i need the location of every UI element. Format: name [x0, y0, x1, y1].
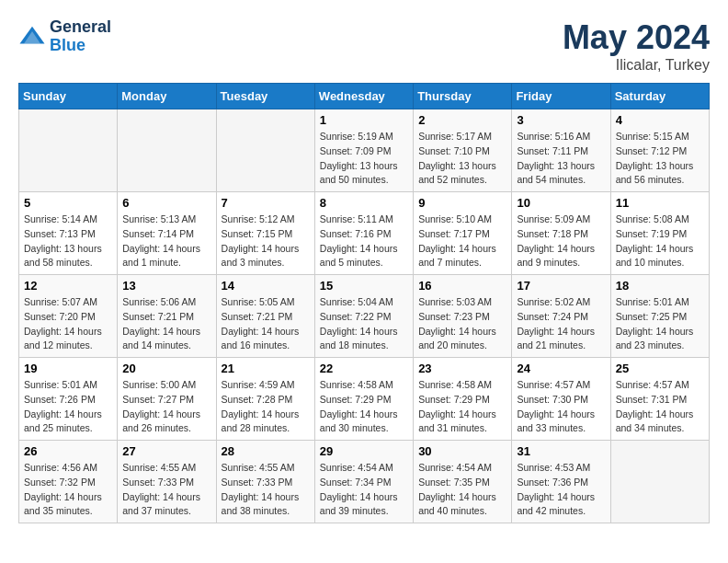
day-info: Sunrise: 5:08 AMSunset: 7:19 PMDaylight:… — [616, 213, 704, 270]
day-info: Sunrise: 4:56 AMSunset: 7:32 PMDaylight:… — [24, 461, 112, 519]
calendar-cell: 5Sunrise: 5:14 AMSunset: 7:13 PMDaylight… — [19, 192, 118, 275]
calendar-cell: 24Sunrise: 4:57 AMSunset: 7:30 PMDayligh… — [512, 358, 610, 441]
calendar-cell: 8Sunrise: 5:11 AMSunset: 7:16 PMDaylight… — [314, 192, 413, 275]
calendar-cell: 6Sunrise: 5:13 AMSunset: 7:14 PMDaylight… — [118, 192, 216, 275]
calendar-week-row: 26Sunrise: 4:56 AMSunset: 7:32 PMDayligh… — [19, 441, 710, 523]
calendar-cell: 28Sunrise: 4:55 AMSunset: 7:33 PMDayligh… — [216, 441, 314, 523]
day-info: Sunrise: 4:54 AMSunset: 7:35 PMDaylight:… — [418, 461, 506, 519]
calendar-cell: 9Sunrise: 5:10 AMSunset: 7:17 PMDaylight… — [414, 192, 512, 275]
day-info: Sunrise: 5:14 AMSunset: 7:13 PMDaylight:… — [24, 213, 112, 270]
calendar-cell: 25Sunrise: 4:57 AMSunset: 7:31 PMDayligh… — [610, 358, 709, 441]
calendar-cell: 3Sunrise: 5:16 AMSunset: 7:11 PMDaylight… — [512, 109, 610, 192]
day-info: Sunrise: 5:15 AMSunset: 7:12 PMDaylight:… — [616, 130, 704, 188]
calendar-table: SundayMondayTuesdayWednesdayThursdayFrid… — [18, 83, 710, 523]
day-number: 6 — [122, 196, 210, 210]
day-number: 3 — [517, 113, 605, 127]
calendar-cell: 10Sunrise: 5:09 AMSunset: 7:18 PMDayligh… — [512, 192, 610, 275]
calendar-cell: 7Sunrise: 5:12 AMSunset: 7:15 PMDaylight… — [216, 192, 314, 275]
calendar-week-row: 1Sunrise: 5:19 AMSunset: 7:09 PMDaylight… — [19, 109, 710, 192]
day-number: 7 — [222, 196, 310, 210]
calendar-cell: 17Sunrise: 5:02 AMSunset: 7:24 PMDayligh… — [512, 275, 610, 358]
day-number: 22 — [320, 362, 408, 375]
logo-text: General Blue — [50, 18, 111, 55]
day-number: 30 — [418, 444, 506, 458]
day-number: 27 — [122, 444, 210, 458]
day-info: Sunrise: 5:16 AMSunset: 7:11 PMDaylight:… — [517, 130, 605, 188]
day-number: 19 — [24, 362, 112, 375]
calendar-cell — [19, 109, 118, 192]
day-number: 9 — [418, 196, 506, 210]
calendar-cell — [118, 109, 216, 192]
day-info: Sunrise: 4:59 AMSunset: 7:28 PMDaylight:… — [222, 378, 310, 436]
day-info: Sunrise: 5:13 AMSunset: 7:14 PMDaylight:… — [122, 213, 210, 270]
month-title: May 2024 — [563, 18, 710, 57]
day-info: Sunrise: 5:09 AMSunset: 7:18 PMDaylight:… — [517, 213, 605, 270]
day-number: 16 — [418, 279, 506, 293]
calendar-cell: 2Sunrise: 5:17 AMSunset: 7:10 PMDaylight… — [414, 109, 512, 192]
day-info: Sunrise: 5:11 AMSunset: 7:16 PMDaylight:… — [320, 213, 408, 270]
day-number: 18 — [616, 279, 704, 293]
calendar-cell: 14Sunrise: 5:05 AMSunset: 7:21 PMDayligh… — [216, 275, 314, 358]
day-info: Sunrise: 4:57 AMSunset: 7:30 PMDaylight:… — [517, 378, 605, 436]
day-info: Sunrise: 5:02 AMSunset: 7:24 PMDaylight:… — [517, 295, 605, 353]
page-header: General Blue May 2024 Ilicalar, Turkey — [18, 18, 710, 74]
calendar-cell — [610, 441, 709, 523]
day-number: 8 — [320, 196, 408, 210]
calendar-cell: 30Sunrise: 4:54 AMSunset: 7:35 PMDayligh… — [414, 441, 512, 523]
location: Ilicalar, Turkey — [563, 57, 710, 74]
logo-icon — [18, 23, 46, 51]
day-number: 17 — [517, 279, 605, 293]
calendar-cell: 4Sunrise: 5:15 AMSunset: 7:12 PMDaylight… — [610, 109, 709, 192]
day-info: Sunrise: 5:07 AMSunset: 7:20 PMDaylight:… — [24, 295, 112, 353]
day-number: 15 — [320, 279, 408, 293]
day-info: Sunrise: 4:58 AMSunset: 7:29 PMDaylight:… — [418, 378, 506, 436]
day-info: Sunrise: 5:04 AMSunset: 7:22 PMDaylight:… — [320, 295, 408, 353]
day-number: 29 — [320, 444, 408, 458]
calendar-cell: 31Sunrise: 4:53 AMSunset: 7:36 PMDayligh… — [512, 441, 610, 523]
day-number: 25 — [616, 362, 704, 375]
calendar-cell: 18Sunrise: 5:01 AMSunset: 7:25 PMDayligh… — [610, 275, 709, 358]
title-section: May 2024 Ilicalar, Turkey — [563, 18, 710, 74]
day-info: Sunrise: 5:06 AMSunset: 7:21 PMDaylight:… — [122, 295, 210, 353]
calendar-week-row: 12Sunrise: 5:07 AMSunset: 7:20 PMDayligh… — [19, 275, 710, 358]
day-number: 14 — [222, 279, 310, 293]
day-info: Sunrise: 4:53 AMSunset: 7:36 PMDaylight:… — [517, 461, 605, 519]
day-info: Sunrise: 5:17 AMSunset: 7:10 PMDaylight:… — [418, 130, 506, 188]
calendar-cell: 22Sunrise: 4:58 AMSunset: 7:29 PMDayligh… — [314, 358, 413, 441]
day-of-week-header: Saturday — [610, 84, 709, 109]
calendar-cell: 13Sunrise: 5:06 AMSunset: 7:21 PMDayligh… — [118, 275, 216, 358]
day-number: 20 — [122, 362, 210, 375]
calendar-week-row: 5Sunrise: 5:14 AMSunset: 7:13 PMDaylight… — [19, 192, 710, 275]
calendar-cell: 11Sunrise: 5:08 AMSunset: 7:19 PMDayligh… — [610, 192, 709, 275]
day-info: Sunrise: 5:12 AMSunset: 7:15 PMDaylight:… — [222, 213, 310, 270]
day-info: Sunrise: 5:03 AMSunset: 7:23 PMDaylight:… — [418, 295, 506, 353]
day-info: Sunrise: 5:01 AMSunset: 7:26 PMDaylight:… — [24, 378, 112, 436]
day-number: 2 — [418, 113, 506, 127]
calendar-cell: 20Sunrise: 5:00 AMSunset: 7:27 PMDayligh… — [118, 358, 216, 441]
day-number: 12 — [24, 279, 112, 293]
day-number: 10 — [517, 196, 605, 210]
day-of-week-header: Friday — [512, 84, 610, 109]
day-number: 5 — [24, 196, 112, 210]
day-of-week-header: Tuesday — [216, 84, 314, 109]
day-number: 26 — [24, 444, 112, 458]
calendar-cell: 29Sunrise: 4:54 AMSunset: 7:34 PMDayligh… — [314, 441, 413, 523]
day-number: 11 — [616, 196, 704, 210]
day-info: Sunrise: 5:10 AMSunset: 7:17 PMDaylight:… — [418, 213, 506, 270]
day-info: Sunrise: 5:01 AMSunset: 7:25 PMDaylight:… — [616, 295, 704, 353]
day-number: 13 — [122, 279, 210, 293]
day-of-week-header: Monday — [118, 84, 216, 109]
calendar-cell: 15Sunrise: 5:04 AMSunset: 7:22 PMDayligh… — [314, 275, 413, 358]
calendar-cell: 27Sunrise: 4:55 AMSunset: 7:33 PMDayligh… — [118, 441, 216, 523]
day-info: Sunrise: 5:00 AMSunset: 7:27 PMDaylight:… — [122, 378, 210, 436]
day-number: 21 — [222, 362, 310, 375]
calendar-cell: 26Sunrise: 4:56 AMSunset: 7:32 PMDayligh… — [19, 441, 118, 523]
day-info: Sunrise: 4:55 AMSunset: 7:33 PMDaylight:… — [122, 461, 210, 519]
calendar-cell: 1Sunrise: 5:19 AMSunset: 7:09 PMDaylight… — [314, 109, 413, 192]
day-number: 24 — [517, 362, 605, 375]
day-info: Sunrise: 4:57 AMSunset: 7:31 PMDaylight:… — [616, 378, 704, 436]
day-of-week-header: Wednesday — [314, 84, 413, 109]
day-info: Sunrise: 4:58 AMSunset: 7:29 PMDaylight:… — [320, 378, 408, 436]
day-number: 4 — [616, 113, 704, 127]
day-number: 23 — [418, 362, 506, 375]
